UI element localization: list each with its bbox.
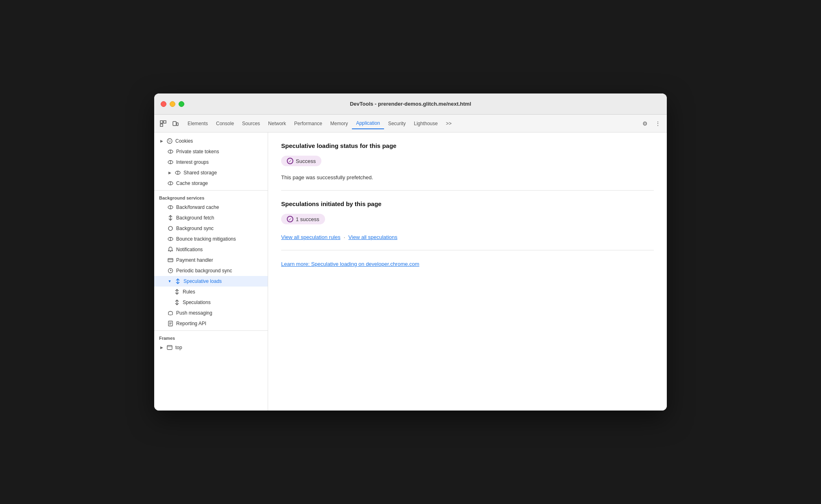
top-icon <box>166 344 173 351</box>
periodic-sync-label: Periodic background sync <box>176 268 232 274</box>
tab-performance[interactable]: Performance <box>290 118 326 129</box>
shared-storage-label: Shared storage <box>183 170 217 176</box>
sidebar: ▶ Cookies Private state tokens Interest … <box>154 133 268 411</box>
more-options-icon[interactable]: ⋮ <box>652 118 664 129</box>
success-badge-icon: ✓ <box>287 158 293 164</box>
rules-icon <box>174 289 180 295</box>
payment-handler-icon <box>167 257 174 263</box>
cookies-label: Cookies <box>175 138 193 144</box>
svg-rect-3 <box>173 122 176 126</box>
toolbar: Elements Console Sources Network Perform… <box>154 115 667 133</box>
main-content: ▶ Cookies Private state tokens Interest … <box>154 133 667 411</box>
section1-desc: This page was successfully prefetched. <box>281 174 654 180</box>
traffic-lights <box>161 101 184 107</box>
minimize-button[interactable] <box>170 101 175 107</box>
svg-rect-4 <box>177 123 178 126</box>
svg-rect-2 <box>164 121 166 123</box>
link-separator: · <box>344 234 345 240</box>
payment-handler-label: Payment handler <box>176 257 213 263</box>
sidebar-item-periodic-sync[interactable]: Periodic background sync <box>154 265 268 276</box>
sidebar-item-rules[interactable]: Rules <box>154 287 268 297</box>
svg-point-7 <box>170 141 171 141</box>
learn-more-link[interactable]: Learn more: Speculative loading on devel… <box>281 261 419 267</box>
toolbar-tabs: Elements Console Sources Network Perform… <box>183 118 456 129</box>
speculative-loads-chevron: ▼ <box>167 279 172 284</box>
tab-elements[interactable]: Elements <box>183 118 212 129</box>
top-chevron: ▶ <box>159 345 164 350</box>
divider-2 <box>154 330 268 331</box>
speculations-initiated-section: Speculations initiated by this page ✓ 1 … <box>281 200 654 250</box>
svg-point-6 <box>168 140 169 141</box>
sidebar-item-cache-storage[interactable]: Cache storage <box>154 178 268 189</box>
device-toggle-icon[interactable] <box>170 118 181 129</box>
notifications-label: Notifications <box>176 247 203 252</box>
svg-rect-1 <box>160 124 163 126</box>
divider-1 <box>154 190 268 191</box>
sidebar-item-shared-storage[interactable]: ▶ Shared storage <box>154 167 268 178</box>
cookies-icon <box>166 138 173 144</box>
sidebar-item-cookies[interactable]: ▶ Cookies <box>154 136 268 146</box>
bounce-tracking-label: Bounce tracking mitigations <box>176 236 236 242</box>
speculative-loads-icon <box>175 278 181 285</box>
inspector-icon[interactable] <box>157 118 169 129</box>
speculations-icon <box>174 299 180 306</box>
view-all-speculations-link[interactable]: View all speculations <box>348 234 397 240</box>
reporting-api-icon <box>167 320 174 327</box>
svg-rect-0 <box>160 121 163 123</box>
tab-more[interactable]: >> <box>442 118 456 129</box>
view-all-rules-link[interactable]: View all speculation rules <box>281 234 341 240</box>
settings-icon[interactable]: ⚙ <box>639 118 651 129</box>
sidebar-item-speculations[interactable]: Speculations <box>154 297 268 308</box>
speculative-loads-label: Speculative loads <box>183 278 222 284</box>
background-sync-label: Background sync <box>176 226 214 231</box>
success-badge: ✓ Success <box>281 156 321 166</box>
cache-storage-label: Cache storage <box>176 180 208 186</box>
tab-application[interactable]: Application <box>352 118 384 129</box>
sidebar-item-speculative-loads[interactable]: ▼ Speculative loads <box>154 276 268 287</box>
notifications-icon <box>167 246 174 253</box>
background-fetch-icon <box>167 215 174 221</box>
tab-sources[interactable]: Sources <box>238 118 264 129</box>
periodic-sync-icon <box>167 267 174 274</box>
background-section-label: Background services <box>154 192 268 202</box>
svg-point-5 <box>167 139 172 143</box>
success-badge-text: Success <box>296 158 316 164</box>
sidebar-item-reporting-api[interactable]: Reporting API <box>154 318 268 329</box>
sidebar-item-private-state[interactable]: Private state tokens <box>154 146 268 157</box>
sidebar-item-back-forward[interactable]: Back/forward cache <box>154 202 268 213</box>
one-success-badge: ✓ 1 success <box>281 214 325 224</box>
back-forward-icon <box>167 204 174 211</box>
interest-groups-icon <box>167 159 174 165</box>
reporting-api-label: Reporting API <box>176 321 206 326</box>
one-success-icon: ✓ <box>287 216 293 222</box>
tab-memory[interactable]: Memory <box>326 118 352 129</box>
background-fetch-label: Background fetch <box>176 215 214 221</box>
shared-storage-chevron: ▶ <box>167 170 172 175</box>
sidebar-item-bounce-tracking[interactable]: Bounce tracking mitigations <box>154 234 268 244</box>
sidebar-item-top[interactable]: ▶ top <box>154 342 268 353</box>
tab-security[interactable]: Security <box>384 118 410 129</box>
sidebar-item-interest-groups[interactable]: Interest groups <box>154 157 268 167</box>
toolbar-right: ⚙ ⋮ <box>639 118 664 129</box>
tab-network[interactable]: Network <box>264 118 290 129</box>
devtools-window: DevTools - prerender-demos.glitch.me/nex… <box>154 93 667 411</box>
titlebar: DevTools - prerender-demos.glitch.me/nex… <box>154 93 667 115</box>
window-title: DevTools - prerender-demos.glitch.me/nex… <box>350 101 471 107</box>
sidebar-item-background-sync[interactable]: Background sync <box>154 223 268 234</box>
sidebar-item-payment-handler[interactable]: Payment handler <box>154 255 268 265</box>
top-label: top <box>175 345 182 350</box>
speculation-links: View all speculation rules · View all sp… <box>281 234 654 240</box>
background-sync-icon <box>167 225 174 232</box>
cache-storage-icon <box>167 180 174 187</box>
tab-console[interactable]: Console <box>212 118 238 129</box>
sidebar-item-push-messaging[interactable]: Push messaging <box>154 308 268 318</box>
svg-rect-23 <box>168 259 173 262</box>
tab-lighthouse[interactable]: Lighthouse <box>410 118 442 129</box>
private-state-icon <box>167 148 174 155</box>
maximize-button[interactable] <box>179 101 184 107</box>
private-state-label: Private state tokens <box>176 149 219 154</box>
sidebar-item-notifications[interactable]: Notifications <box>154 244 268 255</box>
push-messaging-label: Push messaging <box>176 310 212 316</box>
sidebar-item-background-fetch[interactable]: Background fetch <box>154 213 268 223</box>
close-button[interactable] <box>161 101 166 107</box>
